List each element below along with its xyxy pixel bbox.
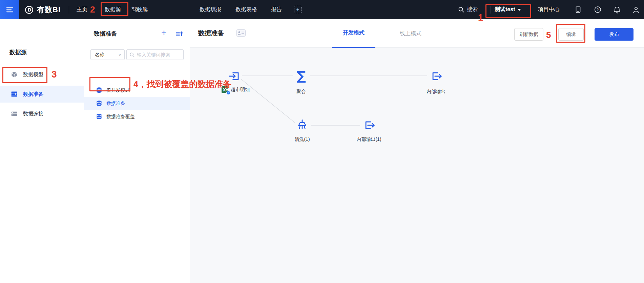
sidebar-item-label: 数据连接	[23, 111, 43, 117]
logo-icon: D	[24, 5, 34, 15]
tab-online-mode[interactable]: 线上模式	[389, 19, 432, 48]
chevron-down-icon	[518, 9, 521, 11]
page-title: 数据准备	[198, 29, 224, 38]
nav-cockpit[interactable]: 驾驶舱	[131, 0, 148, 19]
filter-field-select[interactable]: 名称 ∨	[90, 49, 125, 60]
project-center-link[interactable]: 项目中心	[538, 0, 560, 19]
nav-datafill[interactable]: 数据填报	[200, 0, 221, 19]
sidebar-title: 数据源	[9, 48, 27, 56]
node-output-1[interactable]	[429, 69, 443, 84]
broom-icon	[295, 118, 309, 132]
keyword-search-box	[126, 49, 184, 60]
svg-text:X: X	[223, 87, 226, 92]
add-button[interactable]: +	[161, 28, 167, 38]
search-icon	[458, 6, 464, 13]
database-icon	[96, 113, 102, 120]
publish-button[interactable]: 发布	[595, 28, 633, 41]
main-header: 数据准备 开发模式 线上模式 刷新数据 编辑 发布	[190, 19, 644, 48]
nav-report[interactable]: 报告	[271, 0, 282, 19]
search-icon	[129, 52, 135, 58]
list-item-dev-only[interactable]: 仅开发模式	[84, 84, 190, 97]
main-area: 数据准备 开发模式 线上模式 刷新数据 编辑 发布	[190, 19, 644, 283]
search-label: 搜索	[467, 6, 478, 13]
sidebar-item-data-model[interactable]: 数据模型	[0, 66, 84, 83]
svg-text:D: D	[27, 7, 32, 13]
bell-icon[interactable]	[613, 6, 621, 14]
nav-home[interactable]: 主页	[77, 0, 87, 19]
node-output-2-label: 内部输出(1)	[356, 136, 381, 143]
filter-field-value: 名称	[95, 52, 104, 58]
sidebar: 数据源 数据模型 数据准备 数据连接	[0, 19, 84, 283]
node-aggregate[interactable]: ∑	[294, 68, 309, 83]
sidebar-item-label: 数据准备	[23, 91, 43, 97]
sigma-icon: ∑	[296, 69, 306, 82]
workspace-dropdown[interactable]: 测试test	[495, 0, 521, 19]
panel-title: 数据准备	[94, 30, 117, 38]
page: D 有数BI 主页 数据源 驾驶舱 数据填报 数据表格 报告 + 搜索 测试te…	[0, 0, 644, 283]
id-card-icon[interactable]	[236, 29, 246, 37]
excel-file-icon: X ✓	[221, 86, 229, 93]
list-item-label: 数据准备覆盖	[106, 114, 135, 120]
node-clean[interactable]	[295, 118, 310, 133]
user-icon[interactable]	[632, 6, 640, 14]
nav-add-module-button[interactable]: +	[294, 6, 302, 13]
node-label-text: 超市明细	[231, 87, 250, 93]
server-icon	[11, 110, 18, 117]
help-icon[interactable]: ?	[594, 6, 602, 14]
mobile-device-icon[interactable]	[574, 6, 582, 14]
hamburger-icon	[6, 6, 14, 14]
svg-text:?: ?	[597, 8, 599, 12]
tab-dev-mode[interactable]: 开发模式	[332, 19, 375, 48]
list-panel: 数据准备 + 名称 ∨	[84, 19, 190, 283]
list-item-label: 数据准备	[106, 101, 125, 107]
flow-canvas[interactable]: X ✓ 超市明细 ∑ 聚合	[190, 48, 644, 283]
check-badge-icon: ✓	[226, 91, 230, 95]
sidebar-item-data-connection[interactable]: 数据连接	[0, 105, 84, 122]
export-icon	[362, 118, 376, 132]
list-item-label: 仅开发模式	[106, 87, 130, 93]
sort-list-icon[interactable]	[175, 30, 183, 38]
database-icon	[96, 100, 102, 107]
node-output-1-label: 内部输出	[427, 89, 445, 95]
filter-bar: 名称 ∨	[90, 49, 184, 60]
list-item-prep-override[interactable]: 数据准备覆盖	[84, 110, 190, 123]
hamburger-menu-button[interactable]	[0, 0, 19, 19]
chevron-down-icon: ∨	[118, 53, 121, 57]
topbar-divider-2	[491, 6, 491, 14]
node-input-label: X ✓ 超市明细	[221, 86, 250, 93]
topbar: D 有数BI 主页 数据源 驾驶舱 数据填报 数据表格 报告 + 搜索 测试te…	[0, 0, 644, 19]
node-input[interactable]	[227, 69, 242, 84]
node-aggregate-label: 聚合	[296, 89, 306, 95]
database-icon	[96, 87, 102, 93]
keyword-search-input[interactable]	[137, 52, 179, 58]
import-icon	[228, 69, 241, 83]
sidebar-item-label: 数据模型	[23, 71, 43, 78]
node-output-2[interactable]	[361, 118, 376, 133]
topbar-divider	[69, 6, 69, 14]
stacked-bars-icon	[11, 91, 18, 97]
list-item-data-prep[interactable]: 数据准备	[84, 97, 190, 110]
app-logo[interactable]: D 有数BI	[24, 0, 61, 19]
cube-icon	[11, 71, 18, 78]
workspace-name: 测试test	[495, 6, 515, 13]
export-icon	[429, 69, 443, 83]
edit-button[interactable]: 编辑	[558, 28, 584, 41]
nav-datasource[interactable]: 数据源	[105, 0, 121, 19]
nav-datatable[interactable]: 数据表格	[235, 0, 257, 19]
refresh-data-button[interactable]: 刷新数据	[514, 28, 543, 41]
logo-text: 有数BI	[37, 5, 61, 15]
sidebar-item-data-prep[interactable]: 数据准备	[0, 86, 84, 103]
topbar-search[interactable]: 搜索	[458, 0, 478, 19]
node-clean-label: 清洗(1)	[294, 136, 310, 143]
flow-edges	[190, 48, 644, 283]
